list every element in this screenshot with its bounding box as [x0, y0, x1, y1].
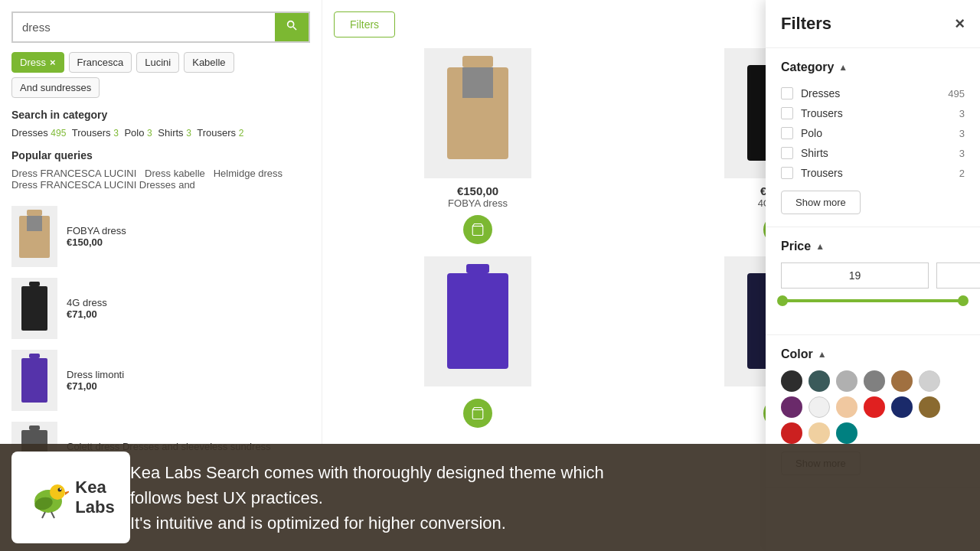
- tag-lucini[interactable]: Lucini: [136, 52, 179, 73]
- color-swatch-red[interactable]: [864, 396, 885, 418]
- cat-trousers1[interactable]: Trousers 3: [69, 127, 118, 139]
- tag-sundresses[interactable]: And sundresses: [11, 77, 100, 98]
- trousers2-checkbox[interactable]: [781, 167, 793, 179]
- price-max-input[interactable]: [936, 262, 980, 289]
- color-swatch-teal2[interactable]: [836, 422, 858, 444]
- query-2[interactable]: Dress kabelle: [145, 168, 205, 179]
- category-show-more-button[interactable]: Show more: [781, 191, 861, 214]
- grid-item: €150,00 FOBYA dress: [334, 48, 622, 244]
- svg-rect-6: [21, 286, 47, 331]
- trousers1-checkbox[interactable]: [781, 107, 793, 119]
- bottom-overlay: Kea Labs Search comes with thoroughly de…: [0, 444, 980, 551]
- cat-trousers2[interactable]: Trousers 2: [194, 127, 243, 139]
- color-swatch-teal[interactable]: [808, 370, 830, 392]
- color-filter-title[interactable]: Color ▲: [781, 347, 965, 361]
- svg-rect-7: [29, 354, 40, 358]
- cat-shirts[interactable]: Shirts 3: [155, 127, 191, 139]
- color-swatch-tan[interactable]: [891, 370, 913, 392]
- polo-checkbox[interactable]: [781, 127, 793, 139]
- price-filter-title[interactable]: Price ▲: [781, 240, 965, 253]
- price-slider[interactable]: [781, 299, 965, 315]
- category-filter-section: Category ▲ Dresses 495 Trousers 3: [766, 48, 980, 227]
- trousers2-label[interactable]: Trousers: [801, 167, 843, 179]
- svg-rect-2: [27, 210, 42, 216]
- product-price: €150,00: [67, 236, 310, 248]
- svg-line-31: [51, 512, 54, 518]
- kea-name: Kea: [75, 478, 114, 497]
- color-swatch-black[interactable]: [781, 370, 802, 392]
- left-search-bar: [11, 11, 310, 43]
- filter-row: Shirts 3: [781, 143, 965, 163]
- color-swatch-white[interactable]: [919, 370, 940, 392]
- color-swatch-purple[interactable]: [781, 396, 802, 418]
- color-swatch-peach[interactable]: [836, 396, 858, 418]
- svg-rect-5: [29, 282, 40, 286]
- color-swatch-offwhite[interactable]: [808, 396, 830, 418]
- svg-point-0: [288, 21, 294, 28]
- tag-dress[interactable]: Dress ×: [11, 52, 64, 73]
- product-thumbnail: [11, 206, 57, 267]
- polo-label[interactable]: Polo: [801, 127, 822, 139]
- color-swatch-cream[interactable]: [808, 422, 830, 444]
- query-3[interactable]: Helmidge dress: [214, 168, 283, 179]
- product-name[interactable]: 4G dress: [67, 297, 310, 308]
- dresses-checkbox[interactable]: [781, 87, 793, 99]
- add-to-cart-button[interactable]: [463, 215, 492, 244]
- list-item: Dress limonti €71,00: [11, 347, 310, 414]
- filters-button[interactable]: Filters: [334, 11, 395, 37]
- filter-row: Polo 3: [781, 123, 965, 143]
- add-to-cart-button[interactable]: [463, 399, 492, 428]
- product-price: €150,00: [457, 184, 498, 197]
- filter-row: Dresses 495: [781, 83, 965, 103]
- color-swatch-khaki[interactable]: [919, 396, 940, 418]
- color-swatch-navy[interactable]: [891, 396, 913, 418]
- price-min-input[interactable]: [781, 262, 929, 289]
- product-thumbnail: [11, 350, 57, 411]
- shirts-checkbox[interactable]: [781, 147, 793, 159]
- price-slider-max-thumb[interactable]: [958, 295, 969, 306]
- svg-rect-18: [466, 264, 489, 273]
- svg-line-30: [42, 512, 45, 518]
- chevron-up-icon: ▲: [815, 241, 825, 252]
- left-search-button[interactable]: [275, 13, 309, 41]
- grid-item: [334, 256, 622, 428]
- list-item: FOBYA dress €150,00: [11, 203, 310, 270]
- product-price: €71,00: [67, 380, 310, 392]
- query-4[interactable]: Dress FRANCESCA LUCINI Dresses and: [11, 179, 195, 191]
- list-item: 4G dress €71,00: [11, 275, 310, 342]
- svg-rect-8: [21, 358, 47, 403]
- cat-dresses[interactable]: Dresses 495: [11, 127, 66, 139]
- tag-kabelle[interactable]: Kabelle: [184, 52, 234, 73]
- filters-close-button[interactable]: ×: [955, 14, 965, 34]
- price-filter-section: Price ▲: [766, 227, 980, 335]
- trousers2-count: 2: [959, 168, 965, 179]
- color-swatches: [781, 370, 965, 444]
- svg-point-27: [58, 487, 62, 491]
- shirts-count: 3: [959, 148, 965, 159]
- color-swatch-lightgray[interactable]: [836, 370, 858, 392]
- dresses-label[interactable]: Dresses: [801, 87, 840, 99]
- query-1[interactable]: Dress FRANCESCA LUCINI: [11, 168, 136, 179]
- svg-marker-29: [65, 491, 69, 495]
- svg-rect-19: [447, 273, 508, 369]
- tag-francesca[interactable]: Francesca: [69, 52, 132, 73]
- svg-rect-9: [29, 425, 40, 430]
- category-filter-title[interactable]: Category ▲: [781, 60, 965, 74]
- price-slider-min-thumb[interactable]: [777, 295, 788, 306]
- price-inputs: [781, 262, 965, 289]
- left-search-input[interactable]: [13, 13, 275, 41]
- svg-rect-13: [462, 67, 493, 98]
- dresses-count: 495: [948, 88, 965, 99]
- svg-point-28: [60, 488, 61, 490]
- trousers1-label[interactable]: Trousers: [801, 107, 843, 119]
- product-name[interactable]: Dress limonti: [67, 369, 310, 380]
- product-name[interactable]: FOBYA dress: [67, 225, 310, 236]
- shirts-label[interactable]: Shirts: [801, 147, 828, 159]
- color-swatch-darkred[interactable]: [781, 422, 802, 444]
- chevron-up-icon: ▲: [838, 62, 848, 73]
- color-swatch-gray[interactable]: [864, 370, 885, 392]
- trousers1-count: 3: [959, 108, 965, 119]
- cat-polo[interactable]: Polo 3: [122, 127, 152, 139]
- product-name: FOBYA dress: [448, 197, 508, 209]
- product-image: [424, 48, 531, 178]
